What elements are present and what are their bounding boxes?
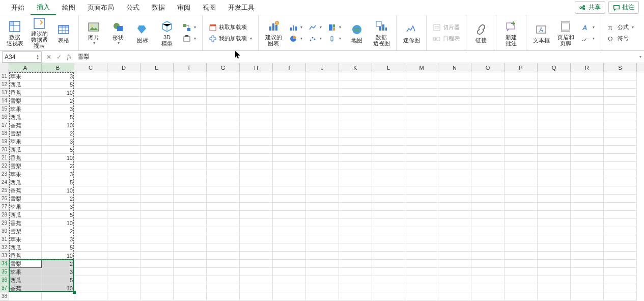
cell[interactable] bbox=[273, 276, 306, 284]
cell[interactable] bbox=[207, 129, 240, 138]
cell[interactable] bbox=[538, 211, 571, 219]
row-header[interactable]: 11 bbox=[0, 72, 9, 80]
cell[interactable] bbox=[141, 276, 174, 284]
cell[interactable] bbox=[273, 162, 306, 170]
cell[interactable] bbox=[74, 129, 107, 138]
cell[interactable] bbox=[438, 203, 471, 211]
column-header-L[interactable]: L bbox=[372, 63, 405, 72]
cell[interactable] bbox=[372, 80, 405, 89]
pie-chart-button[interactable]: ▾ bbox=[287, 34, 304, 44]
cell[interactable] bbox=[306, 284, 339, 292]
cell[interactable] bbox=[538, 284, 571, 292]
cell[interactable] bbox=[438, 235, 471, 243]
maps-button[interactable]: 地图 bbox=[346, 17, 368, 49]
cell[interactable] bbox=[306, 105, 339, 113]
cell[interactable] bbox=[538, 129, 571, 138]
cell[interactable] bbox=[438, 129, 471, 138]
cell[interactable] bbox=[207, 227, 240, 235]
cell[interactable] bbox=[372, 211, 405, 219]
cell[interactable] bbox=[107, 227, 141, 235]
cell[interactable] bbox=[141, 105, 174, 113]
cell[interactable] bbox=[471, 154, 505, 162]
cell[interactable] bbox=[141, 129, 174, 138]
tab-layout[interactable]: 页面布局 bbox=[81, 1, 120, 15]
cell[interactable]: 雪梨 bbox=[9, 97, 42, 105]
cell[interactable] bbox=[107, 170, 141, 178]
cell[interactable] bbox=[438, 113, 471, 121]
cell[interactable] bbox=[405, 252, 438, 260]
cell[interactable] bbox=[174, 121, 207, 129]
cell[interactable] bbox=[306, 203, 339, 211]
cell[interactable] bbox=[273, 178, 306, 186]
cell[interactable] bbox=[74, 162, 107, 170]
cell[interactable]: 香蕉 bbox=[9, 186, 42, 195]
cell[interactable] bbox=[107, 129, 141, 138]
cell[interactable] bbox=[405, 235, 438, 243]
cell[interactable]: 10 bbox=[42, 154, 74, 162]
cell[interactable] bbox=[505, 72, 538, 80]
cell[interactable] bbox=[207, 252, 240, 260]
cell[interactable] bbox=[141, 113, 174, 121]
cell[interactable] bbox=[339, 178, 372, 186]
tab-review[interactable]: 审阅 bbox=[171, 1, 197, 15]
cell[interactable] bbox=[74, 235, 107, 243]
cell[interactable]: 苹果 bbox=[9, 170, 42, 178]
cell[interactable]: 西瓜 bbox=[9, 146, 42, 154]
row-header[interactable]: 27 bbox=[0, 203, 9, 211]
cell[interactable] bbox=[372, 170, 405, 178]
cell[interactable] bbox=[538, 276, 571, 284]
cell[interactable] bbox=[438, 243, 471, 252]
cell[interactable] bbox=[604, 146, 637, 154]
cell[interactable] bbox=[372, 146, 405, 154]
cell[interactable] bbox=[174, 235, 207, 243]
cell[interactable]: 2 bbox=[42, 129, 74, 138]
cell[interactable]: 雪梨 bbox=[9, 129, 42, 138]
cell[interactable] bbox=[240, 72, 273, 80]
cell[interactable] bbox=[471, 268, 505, 276]
row-header[interactable]: 26 bbox=[0, 195, 9, 203]
cell[interactable]: 西瓜 bbox=[9, 178, 42, 186]
cell[interactable] bbox=[372, 276, 405, 284]
cell[interactable] bbox=[273, 72, 306, 80]
symbol-button[interactable]: Ω符号 bbox=[605, 34, 636, 44]
cell[interactable] bbox=[273, 243, 306, 252]
cell[interactable] bbox=[273, 121, 306, 129]
cell[interactable] bbox=[471, 211, 505, 219]
cell[interactable] bbox=[571, 121, 604, 129]
get-addins-button[interactable]: 获取加载项 bbox=[207, 22, 254, 33]
cell[interactable]: 苹果 bbox=[9, 72, 42, 80]
pivot-chart-button[interactable]: 数据 透视图 bbox=[371, 17, 392, 49]
cell[interactable] bbox=[74, 276, 107, 284]
cell[interactable] bbox=[306, 138, 339, 146]
cell[interactable]: 2 bbox=[42, 260, 74, 268]
cell[interactable] bbox=[107, 284, 141, 292]
cell[interactable] bbox=[141, 80, 174, 89]
cell[interactable] bbox=[405, 195, 438, 203]
cell[interactable] bbox=[74, 243, 107, 252]
cell[interactable] bbox=[240, 170, 273, 178]
cell[interactable]: 苹果 bbox=[9, 268, 42, 276]
hierarchy-chart-button[interactable]: ▾ bbox=[326, 22, 343, 33]
cell[interactable]: 西瓜 bbox=[9, 211, 42, 219]
cell[interactable] bbox=[571, 203, 604, 211]
row-header[interactable]: 13 bbox=[0, 89, 9, 97]
cell[interactable]: 10 bbox=[42, 121, 74, 129]
cell[interactable] bbox=[174, 97, 207, 105]
cell[interactable] bbox=[571, 195, 604, 203]
cell[interactable]: 5 bbox=[42, 276, 74, 284]
row-header[interactable]: 28 bbox=[0, 211, 9, 219]
new-comment-button[interactable]: 新建 批注 bbox=[500, 17, 522, 49]
cell[interactable] bbox=[107, 97, 141, 105]
cell[interactable] bbox=[339, 227, 372, 235]
row-header[interactable]: 37 bbox=[0, 284, 9, 292]
cell[interactable] bbox=[438, 138, 471, 146]
cell[interactable] bbox=[273, 97, 306, 105]
cell[interactable] bbox=[438, 276, 471, 284]
cell[interactable] bbox=[174, 113, 207, 121]
cell[interactable] bbox=[571, 252, 604, 260]
row-header[interactable]: 24 bbox=[0, 178, 9, 186]
cell[interactable] bbox=[207, 113, 240, 121]
cell[interactable] bbox=[174, 211, 207, 219]
cell[interactable] bbox=[471, 178, 505, 186]
cell[interactable] bbox=[74, 211, 107, 219]
